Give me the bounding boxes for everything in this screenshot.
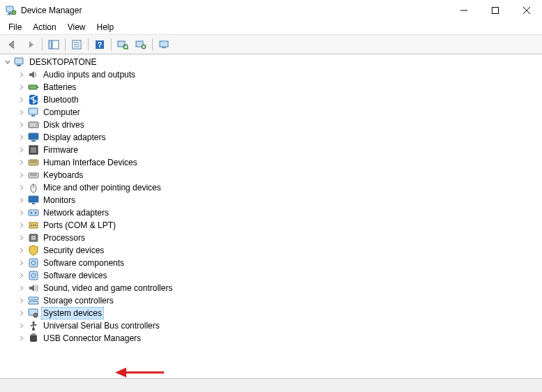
hid-icon [28,157,39,168]
category-label[interactable]: Bluetooth [42,94,80,105]
category-label[interactable]: Universal Serial Bus controllers [42,320,161,331]
tree-category[interactable]: Disk drives [3,119,542,131]
tree-category[interactable]: Processors [3,232,542,244]
tree-category[interactable]: Universal Serial Bus controllers [3,319,542,332]
close-button[interactable] [511,0,542,21]
chevron-right-icon[interactable] [17,246,27,255]
chevron-right-icon[interactable] [17,283,27,293]
tree-category[interactable]: System devices [3,307,542,319]
tree-category[interactable]: Bluetooth [3,93,542,106]
category-label[interactable]: Software components [42,257,126,269]
tree-category[interactable]: Human Interface Devices [3,156,542,169]
category-label[interactable]: Monitors [42,195,77,206]
add-legacy-button[interactable] [133,37,149,52]
chevron-right-icon[interactable] [17,82,27,92]
app-icon [6,5,17,16]
back-button[interactable] [4,37,21,52]
chevron-right-icon[interactable] [17,258,27,268]
chevron-right-icon[interactable] [17,208,27,218]
chevron-down-icon[interactable] [3,57,13,67]
menubar: File Action View Help [0,21,542,35]
tree-category[interactable]: Sound, video and game controllers [3,282,542,294]
root-label[interactable]: DESKTOPATONE [28,56,98,68]
chevron-right-icon[interactable] [17,158,27,167]
category-label[interactable]: Ports (COM & LPT) [42,220,117,231]
devices-printers-button[interactable] [156,37,172,52]
firmware-icon [28,144,39,156]
chevron-right-icon[interactable] [17,321,27,331]
statusbar [0,378,542,392]
category-label[interactable]: Human Interface Devices [42,157,139,168]
category-label[interactable]: Software devices [42,270,108,281]
menu-view[interactable]: View [62,21,91,34]
chevron-right-icon[interactable] [17,296,27,306]
cpu-icon [28,232,39,243]
disk-icon [28,119,39,130]
properties-button[interactable] [68,37,85,52]
minimize-button[interactable] [448,0,479,21]
toolbar-separator [65,38,66,51]
chevron-right-icon[interactable] [17,107,27,117]
chevron-right-icon[interactable] [17,333,27,343]
category-label[interactable]: System devices [42,308,103,319]
tree-category[interactable]: Mice and other pointing devices [3,181,542,194]
tree-category[interactable]: Security devices [3,244,542,257]
category-label[interactable]: Computer [42,107,82,118]
chevron-right-icon[interactable] [17,195,27,205]
device-tree[interactable]: DESKTOPATONE Audio inputs and outputsBat… [0,54,542,378]
tree-category[interactable]: Batteries [3,81,542,93]
storage-icon [28,295,39,306]
menu-action[interactable]: Action [27,21,61,34]
menu-file[interactable]: File [3,21,27,34]
category-label[interactable]: Sound, video and game controllers [42,282,174,294]
tree-category[interactable]: Network adapters [3,206,542,219]
category-label[interactable]: Storage controllers [42,295,115,306]
category-label[interactable]: Keyboards [42,169,84,181]
chevron-right-icon[interactable] [17,120,27,130]
computer-icon [14,56,25,68]
scan-hardware-button[interactable] [114,37,131,52]
category-label[interactable]: USB Connector Managers [42,333,142,344]
category-label[interactable]: Mice and other pointing devices [42,182,163,193]
tree-category[interactable]: Computer [3,106,542,119]
sound-icon [28,282,39,294]
tree-category[interactable]: Display adapters [3,131,542,144]
chevron-right-icon[interactable] [17,233,27,243]
chevron-right-icon[interactable] [17,308,27,318]
tree-root[interactable]: DESKTOPATONE [3,56,542,68]
menu-help[interactable]: Help [91,21,120,34]
chevron-right-icon[interactable] [17,170,27,180]
category-label[interactable]: Security devices [42,245,105,256]
toolbar-separator [111,38,112,51]
toolbar-separator [42,38,43,51]
category-label[interactable]: Processors [42,232,86,243]
chevron-right-icon[interactable] [17,183,27,193]
tree-category[interactable]: Software devices [3,269,542,282]
chevron-right-icon[interactable] [17,220,27,230]
tree-category[interactable]: Ports (COM & LPT) [3,219,542,232]
forward-button[interactable] [22,37,39,52]
tree-category[interactable]: Firmware [3,144,542,156]
chevron-right-icon[interactable] [17,95,27,105]
tree-category[interactable]: Keyboards [3,169,542,181]
help-button[interactable]: ? [91,37,108,52]
chevron-right-icon[interactable] [17,70,27,80]
chevron-right-icon[interactable] [17,145,27,155]
category-label[interactable]: Network adapters [42,207,110,218]
tree-category[interactable]: Storage controllers [3,294,542,307]
category-label[interactable]: Batteries [42,82,77,93]
svg-rect-26 [17,65,21,66]
usb-conn-icon [28,333,39,344]
category-label[interactable]: Display adapters [42,132,107,143]
chevron-right-icon[interactable] [17,271,27,280]
tree-category[interactable]: USB Connector Managers [3,332,542,345]
tree-category[interactable]: Software components [3,257,542,269]
tree-category[interactable]: Audio inputs and outputs [3,68,542,81]
show-hide-tree-button[interactable] [45,37,62,52]
tree-category[interactable]: Monitors [3,194,542,206]
category-label[interactable]: Disk drives [42,119,86,130]
maximize-button[interactable] [479,0,511,21]
category-label[interactable]: Firmware [42,144,80,156]
chevron-right-icon[interactable] [17,133,27,142]
category-label[interactable]: Audio inputs and outputs [42,69,137,80]
